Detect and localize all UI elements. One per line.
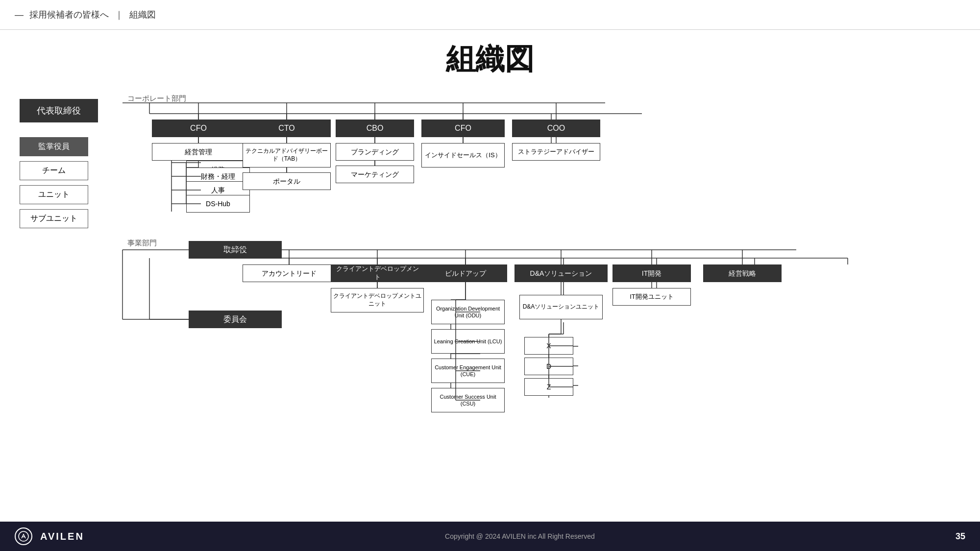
footer-logo-icon [15, 527, 32, 545]
page-title: 組織図 [0, 30, 980, 94]
footer: AVILEN Copyright @ 2024 AVILEN inc All R… [0, 522, 980, 551]
x-box: X [524, 337, 573, 355]
tab-box: テクニカルアドバイザリーボード（TAB） [243, 143, 331, 168]
csu-box: Customer Success Unit (CSU) [431, 388, 505, 412]
marketing-box: マーケティング [336, 166, 414, 183]
legend-ceo: 代表取締役 [20, 99, 98, 122]
portal-box: ポータル [243, 172, 331, 190]
svg-point-98 [19, 531, 28, 541]
footer-copyright: Copyright @ 2024 AVILEN inc All Right Re… [445, 532, 595, 540]
cto-box: CTO [243, 120, 331, 137]
it-dev-box: IT開発 [612, 264, 691, 282]
z-box: Z [524, 378, 573, 396]
cue-box: Customer Engagement Unit (CUE) [431, 359, 505, 383]
keiei-senryaku-box: 経営戦略 [703, 264, 782, 282]
ds-hub-box: DS-Hub [186, 195, 250, 213]
header-dash: — [15, 10, 24, 20]
footer-logo-text: AVILEN [40, 531, 84, 542]
client-dev-box: クライアントデベロップメント [331, 264, 424, 282]
d-box: D [524, 358, 573, 375]
lcu-box: Leaning Creation Unit (LCU) [431, 329, 505, 354]
torishimariyaku-box: 取締役 [189, 241, 282, 259]
breadcrumb: 採用候補者の皆様へ [29, 9, 109, 21]
inside-sales-box: インサイドセールス（IS） [421, 143, 505, 168]
keiei-kanri-box: 経営管理 [152, 143, 245, 161]
da-unit-box: D&Aソリューションユニット [519, 295, 603, 319]
da-box: D&Aソリューション [514, 264, 608, 282]
corporate-section-label: コーポレート部門 [127, 94, 186, 103]
business-section-label: 事業部門 [127, 239, 157, 248]
footer-page-number: 35 [956, 531, 965, 542]
cbo-box: CBO [336, 120, 414, 137]
cfo2-box: CFO [421, 120, 505, 137]
legend-subunit: サブユニット [20, 209, 88, 228]
separator: ｜ [115, 9, 123, 21]
legend-team: チーム [20, 161, 88, 180]
page-name: 組織図 [129, 9, 156, 21]
cfo1-box: CFO [152, 120, 245, 137]
strategy-advisor-box: ストラテジーアドバイザー [512, 143, 600, 161]
legend: 代表取締役 監掌役員 チーム ユニット サブユニット [20, 94, 122, 551]
legend-kanpatsu: 監掌役員 [20, 137, 88, 156]
legend-unit: ユニット [20, 185, 88, 204]
iinkai-box: 委員会 [189, 311, 282, 328]
buildup-box: ビルドアップ [424, 264, 507, 282]
odu-box: Organization Development Unit (ODU) [431, 300, 505, 324]
client-dev-unit-box: クライアントデベロップメントユニット [331, 288, 424, 312]
org-chart: コーポレート部門 事業部門 [122, 94, 956, 551]
branding-box: ブランディング [336, 143, 414, 161]
coo-box: COO [512, 120, 600, 137]
it-dev-unit-box: IT開発ユニット [612, 288, 691, 306]
legend-items: 監掌役員 チーム ユニット サブユニット [20, 137, 122, 228]
main-content: 代表取締役 監掌役員 チーム ユニット サブユニット コーポレート部門 事業部門 [0, 94, 980, 551]
header: — 採用候補者の皆様へ ｜ 組織図 [0, 0, 980, 30]
account-lead-box: アカウントリード [243, 264, 336, 282]
